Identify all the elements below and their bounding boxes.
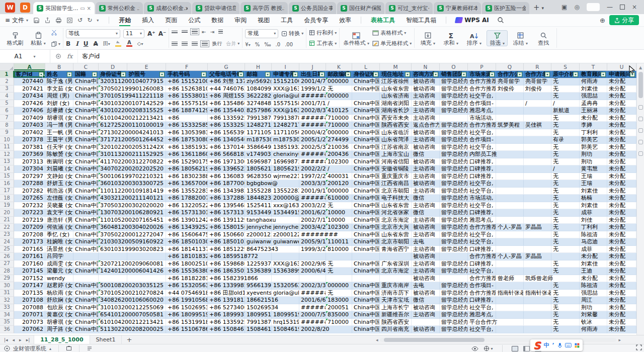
cell[interactable]: 湖南省浏阳 [380, 100, 412, 108]
cell[interactable]: China中国 [352, 107, 380, 115]
cell[interactable]: 梁馨元 (女 [45, 268, 73, 275]
cell[interactable]: China中国 [73, 260, 99, 268]
cell[interactable]: 返点合作方 [412, 122, 440, 129]
cell[interactable]: China中国 [73, 209, 99, 217]
cell[interactable]: 200051 [326, 304, 352, 312]
cell[interactable]: 留学总经办 [440, 144, 468, 151]
cell[interactable]: 无 [326, 268, 352, 275]
cell[interactable]: 留学总经办 [440, 297, 468, 304]
cell[interactable]: 留学总经办 [440, 290, 468, 297]
cell[interactable]: China中国 [73, 144, 99, 151]
cell[interactable]: 371721200501264452 [99, 136, 127, 144]
name-box[interactable]: A1▾ [0, 50, 50, 63]
cell[interactable] [127, 275, 166, 283]
cell[interactable]: 122593794 [245, 260, 272, 268]
cell[interactable]: 口碑推荐, [468, 158, 496, 166]
cell[interactable]: 183000 [326, 297, 352, 304]
header-cell-H1[interactable]: 邮箱 [245, 71, 272, 78]
cell[interactable] [551, 253, 580, 260]
cell[interactable]: 上海市长宁 [380, 304, 412, 312]
percent-icon[interactable]: % [255, 42, 260, 47]
cell[interactable]: 微信 [412, 297, 440, 304]
cell[interactable] [496, 297, 524, 304]
cell[interactable]: +86 [166, 115, 208, 122]
cell[interactable]: 文静如 (女 [45, 173, 73, 181]
cell[interactable]: +86 1859518772 [208, 253, 245, 260]
cell[interactable]: +86 15152100 [166, 78, 208, 85]
cell[interactable]: 北京市朝阳 [380, 188, 412, 195]
menu-页面[interactable]: 页面 [159, 14, 183, 27]
page-layout-view-icon[interactable] [523, 346, 530, 351]
cell[interactable]: +86 13439252 [166, 224, 208, 231]
row-header-33[interactable]: 33 [0, 304, 14, 312]
cell[interactable]: / [551, 100, 580, 108]
print-icon[interactable] [55, 17, 62, 24]
cell[interactable]: 135522836 [272, 188, 299, 195]
borders-button[interactable]: 田▾ [103, 40, 110, 47]
cell[interactable]: 西安市未央 [380, 115, 412, 122]
cell[interactable] [326, 326, 352, 333]
cell[interactable]: 327484864 [245, 100, 272, 108]
cell[interactable]: ######## [299, 195, 326, 202]
cell[interactable]: 2002/7/16 [299, 217, 326, 224]
cell[interactable]: 新疆维吾尔 [380, 311, 412, 319]
cell[interactable]: +86 15319918 [166, 319, 208, 326]
cell[interactable]: +86 1580156591 [208, 224, 245, 231]
cell[interactable] [299, 253, 326, 260]
cell[interactable]: 未分配 [607, 188, 636, 195]
cell[interactable]: 117110505 [272, 129, 299, 137]
row-header-10[interactable]: 10 [0, 136, 14, 144]
cell[interactable] [524, 136, 551, 144]
cell[interactable]: 210303200509160922 [99, 238, 127, 246]
cell[interactable]: China中国 [73, 319, 99, 326]
header-cell-D1[interactable]: 身份证号 [99, 71, 127, 78]
close-button[interactable]: × [632, 4, 637, 10]
header-cell-M1[interactable]: 现住地址 [380, 71, 412, 78]
cell[interactable]: 留学总经办 [440, 282, 468, 290]
cell[interactable]: 142401200006041426 [99, 268, 127, 275]
cell[interactable]: ######## [299, 290, 326, 297]
cell[interactable]: m1875308 [272, 136, 299, 144]
cell[interactable]: 被动咨询 [412, 129, 440, 137]
system-menu[interactable]: 业财管理系统 [13, 345, 46, 352]
underline-button[interactable]: U [84, 40, 89, 47]
cell[interactable]: 留学总经办 [440, 188, 468, 195]
cell[interactable]: 610104200212213421 [99, 115, 127, 122]
font-size-select[interactable]: 11▾ [123, 29, 144, 38]
cell[interactable]: 留学总经办 [440, 136, 468, 144]
cell[interactable]: 630103199903020823 [99, 246, 127, 253]
cell[interactable]: China中国 [352, 297, 380, 304]
cell[interactable]: 207297 [14, 173, 45, 181]
globe-icon[interactable]: ◎ [574, 4, 579, 10]
cell[interactable]: 无 [551, 115, 580, 122]
column-header-P[interactable]: P [468, 63, 496, 71]
cell[interactable]: z20001227 [245, 231, 272, 239]
cell[interactable]: 207434 [14, 93, 45, 100]
conditional-format-button[interactable]: 条件格式 ▾ [342, 31, 370, 46]
menu-效率[interactable]: 效率 [334, 14, 357, 27]
cell[interactable]: 留学总经办 [440, 78, 468, 85]
cell[interactable] [524, 202, 551, 210]
cell[interactable]: 去电 [412, 238, 440, 246]
cell[interactable]: m1875308 [245, 136, 272, 144]
column-header-I[interactable]: I [272, 63, 299, 71]
cell[interactable] [524, 268, 551, 275]
ime-toolbox-icon[interactable] [575, 343, 580, 348]
file-tab[interactable]: S高学历 教授.xlsx [240, 2, 288, 14]
cell[interactable]: 电子科技大 [380, 195, 412, 202]
cell[interactable] [524, 260, 551, 268]
cell[interactable]: 无 [551, 260, 580, 268]
cell[interactable]: +86 1899937166 [208, 311, 245, 319]
cell[interactable]: 合作方推荐 [468, 253, 496, 260]
header-cell-S1[interactable]: 原中介机 [551, 71, 580, 78]
font-color-button[interactable]: A [126, 41, 132, 47]
cell[interactable]: / [326, 100, 352, 108]
cell[interactable]: 韩浩远 (男 [45, 188, 73, 195]
cell[interactable]: 留学总经办 [440, 224, 468, 231]
cell[interactable]: 微信 [412, 195, 440, 202]
header-cell-L1[interactable]: 身份证地 [352, 71, 380, 78]
cell[interactable]: +86 56681836 [208, 151, 245, 158]
cell[interactable]: 留学总经办 [440, 268, 468, 275]
cell[interactable]: 留学总经办 [440, 238, 468, 246]
cell[interactable]: 黄嘉仪 (女 [45, 311, 73, 319]
